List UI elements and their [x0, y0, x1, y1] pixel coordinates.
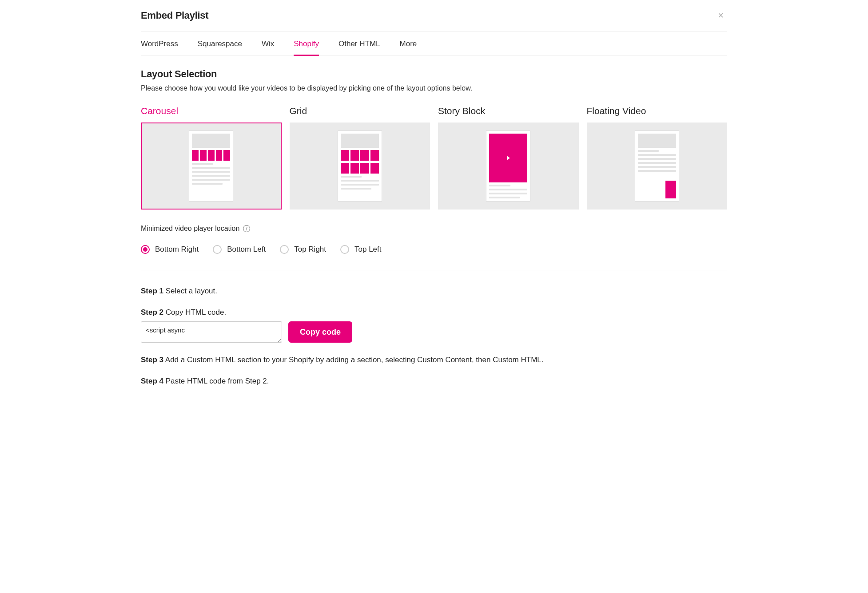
step-label: Step 4	[141, 377, 163, 385]
code-textarea[interactable]	[141, 321, 282, 343]
step-text: Select a layout.	[163, 287, 217, 295]
layout-heading: Layout Selection	[141, 68, 727, 80]
tab-more[interactable]: More	[400, 40, 417, 55]
tab-other-html[interactable]: Other HTML	[338, 40, 380, 55]
player-location-row: Minimized video player location i	[141, 225, 727, 233]
layout-label: Grid	[290, 106, 430, 116]
radio-top-left[interactable]: Top Left	[340, 245, 382, 254]
tab-wordpress[interactable]: WordPress	[141, 40, 178, 55]
radio-label: Bottom Right	[155, 245, 199, 254]
radio-label: Top Right	[294, 245, 326, 254]
steps-list: Step 1 Select a layout. Step 2 Copy HTML…	[141, 285, 727, 387]
radio-label: Bottom Left	[227, 245, 266, 254]
layout-label: Carousel	[141, 106, 282, 116]
step-text: Paste HTML code from Step 2.	[163, 377, 269, 385]
step-text: Add a Custom HTML section to your Shopif…	[163, 356, 543, 364]
mock-page	[635, 130, 679, 202]
radio-icon	[340, 245, 349, 254]
layout-label: Story Block	[438, 106, 579, 116]
copy-code-button[interactable]: Copy code	[288, 321, 352, 343]
platform-tabs: WordPress Squarespace Wix Shopify Other …	[141, 32, 727, 56]
layout-preview-carousel	[141, 123, 282, 210]
play-icon	[489, 134, 527, 182]
radio-icon	[280, 245, 289, 254]
mock-page	[338, 130, 382, 202]
layout-preview-floating-video	[587, 123, 728, 210]
layout-section: Layout Selection Please choose how you w…	[141, 56, 727, 387]
layout-options: Carousel Grid	[141, 106, 727, 210]
step-label: Step 2	[141, 308, 163, 316]
step-4: Step 4 Paste HTML code from Step 2.	[141, 376, 727, 387]
step-label: Step 1	[141, 287, 163, 295]
tab-squarespace[interactable]: Squarespace	[198, 40, 242, 55]
step-1: Step 1 Select a layout.	[141, 285, 727, 297]
radio-bottom-left[interactable]: Bottom Left	[213, 245, 266, 254]
step-2: Step 2 Copy HTML code.	[141, 307, 727, 318]
code-row: Copy code	[141, 321, 727, 343]
player-location-options: Bottom Right Bottom Left Top Right Top L…	[141, 245, 727, 270]
step-label: Step 3	[141, 356, 163, 364]
radio-icon	[213, 245, 222, 254]
radio-icon	[141, 245, 150, 254]
layout-preview-story-block	[438, 123, 579, 210]
info-icon[interactable]: i	[243, 225, 250, 232]
step-text: Copy HTML code.	[163, 308, 226, 316]
tab-shopify[interactable]: Shopify	[294, 40, 319, 55]
step-3: Step 3 Add a Custom HTML section to your…	[141, 354, 727, 366]
mock-page	[189, 130, 233, 202]
radio-bottom-right[interactable]: Bottom Right	[141, 245, 199, 254]
dialog-title: Embed Playlist	[141, 10, 208, 21]
radio-label: Top Left	[354, 245, 382, 254]
layout-description: Please choose how you would like your vi…	[141, 84, 727, 92]
layout-option-floating-video[interactable]: Floating Video	[587, 106, 728, 210]
layout-preview-grid	[290, 123, 430, 210]
player-location-label: Minimized video player location	[141, 225, 239, 233]
layout-option-carousel[interactable]: Carousel	[141, 106, 282, 210]
tab-wix[interactable]: Wix	[262, 40, 274, 55]
radio-top-right[interactable]: Top Right	[280, 245, 326, 254]
layout-option-story-block[interactable]: Story Block	[438, 106, 579, 210]
mock-page	[486, 130, 530, 202]
layout-label: Floating Video	[587, 106, 728, 116]
close-icon[interactable]: ×	[714, 8, 727, 23]
layout-option-grid[interactable]: Grid	[290, 106, 430, 210]
dialog-header: Embed Playlist ×	[141, 0, 727, 32]
